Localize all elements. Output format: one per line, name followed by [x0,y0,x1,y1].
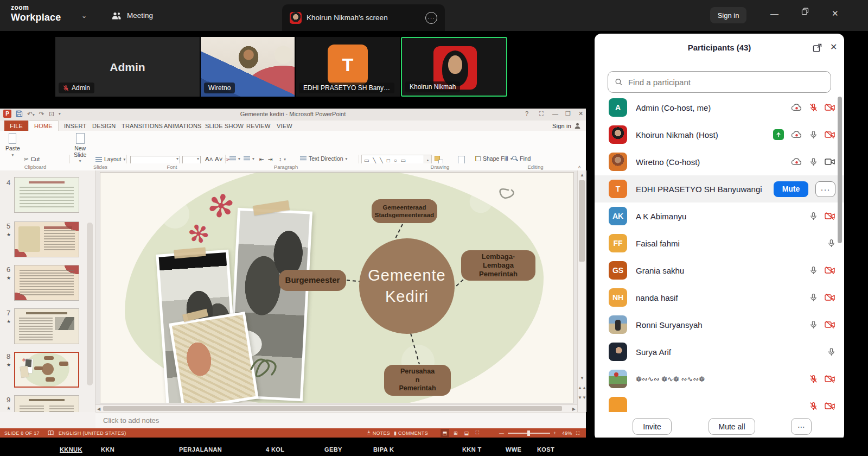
ppt-restore-button[interactable]: ❐ [565,110,571,117]
tab-meeting[interactable]: Meeting [111,0,153,31]
ribbon-options-icon[interactable]: ⛶ [539,110,544,117]
font-size-combo[interactable] [182,156,201,164]
taskbar-item[interactable]: GEBY [324,446,342,453]
slide-thumbnail-9[interactable] [14,395,79,412]
paste-button[interactable]: Paste▾ [5,133,20,157]
mindmap-node-burgemeester[interactable]: Burgemeester [279,270,346,291]
ribbon-tab-home[interactable]: HOME [28,121,59,131]
participant-row[interactable]: AK A K Abimanyu [595,202,844,230]
video-tile-wiretno[interactable]: Wiretno [201,37,295,97]
horizontal-scroll-thumb[interactable] [103,406,562,411]
grow-font-button[interactable]: A˄ [205,156,213,162]
language-indicator[interactable]: ENGLISH (UNITED STATES) [59,430,126,436]
slide-sorter-view-button[interactable]: ⊞ [451,429,460,437]
line-spacing-button[interactable]: ↕▾ [279,156,286,162]
video-tile-admin[interactable]: Admin Admin [55,37,200,97]
ppt-close-button[interactable]: ✕ [578,110,583,117]
ribbon-tab-review[interactable]: REVIEW [241,121,276,131]
zoom-percentage[interactable]: 49% [562,430,572,436]
participant-row[interactable]: ❁∾∿∾ ❁∿❁ ∾∿∾❁ [595,365,844,392]
participant-row[interactable]: Ronni Suryansyah [595,311,844,338]
invite-button[interactable]: Invite [633,418,672,435]
save-icon[interactable] [16,110,23,117]
tab-shared-screen[interactable]: Khoirun Nikmah's screen ··· [282,4,445,31]
zoom-out-icon[interactable]: — [499,430,504,436]
bullets-button[interactable]: ▾ [229,156,240,162]
shrink-font-button[interactable]: A˅ [215,156,222,162]
scroll-right-icon[interactable]: ▶ [572,407,576,411]
reading-view-button[interactable]: ⬓ [462,429,471,437]
minimize-button[interactable]: — [770,9,778,18]
participant-row-partial[interactable] [595,392,844,412]
ribbon-tab-file[interactable]: FILE [4,121,28,131]
taskbar-item[interactable]: KKNUK [60,446,82,453]
undo-icon[interactable]: ↶▾ [27,110,35,118]
next-slide-button[interactable]: ▼▼ [578,395,586,400]
slide-thumbnail-8-selected[interactable]: ✻ [14,352,79,388]
vertical-scrollbar[interactable]: ▲ ▼ ▲▲ ▼▼ [577,170,586,412]
slide-canvas[interactable]: ✻ ✻ Gemeente Kediri Gemeenteraad Stadsge… [95,170,577,412]
search-participant-box[interactable] [608,71,831,93]
chevron-down-icon[interactable]: ⌄ [81,12,87,17]
participant-row[interactable]: Khoirun Nikmah (Host) [595,121,844,148]
zoom-in-icon[interactable]: + [553,430,557,436]
ppt-title-bar[interactable]: Gemeente kediri - Microsoft PowerPoint P… [0,109,586,121]
mindmap-center[interactable]: Gemeente Kediri [359,238,455,334]
zoom-sign-in-button[interactable]: Sign in [710,7,746,23]
help-icon[interactable]: ? [525,110,528,117]
normal-view-button[interactable]: ⬒ [441,429,449,437]
participant-row-hovered[interactable]: T EDHI PRASETYO SH Banyuwangi Mute ··· [595,175,844,202]
taskbar-item[interactable]: 4 KOL [266,446,284,453]
notes-toggle[interactable]: ≜ NOTES [367,430,390,436]
slide-photo-map[interactable] [169,312,259,403]
notes-pane[interactable]: Click to add notes [95,412,586,428]
comments-toggle[interactable]: ▮ COMMENTS [394,430,428,436]
qat-customize-icon[interactable]: ▾ [59,111,61,116]
ppt-minimize-button[interactable]: — [552,110,558,117]
taskbar-item[interactable]: WWE [506,446,521,453]
tab-options-icon[interactable]: ··· [425,12,437,24]
ppt-sign-in[interactable]: Sign in [547,121,577,131]
increase-indent-button[interactable]: ⇥ [268,156,273,162]
video-tile-khoirun-active-speaker[interactable]: Khoirun Nikmah [401,37,507,97]
current-slide[interactable]: ✻ ✻ Gemeente Kediri Gemeenteraad Stadsge… [100,172,574,403]
fit-slide-icon[interactable]: ⛶ [576,430,580,436]
scroll-left-icon[interactable]: ◀ [97,407,100,411]
panel-more-button[interactable]: ⋯ [791,418,812,435]
participants-scrollbar[interactable] [838,97,842,243]
find-button[interactable]: Find [512,155,531,162]
spellcheck-icon[interactable] [48,430,54,436]
mute-button[interactable]: Mute [774,181,808,197]
participant-row[interactable]: Wiretno (Co-host) [595,148,844,175]
slide-thumbnail-5[interactable] [14,221,79,257]
taskbar-item[interactable]: KOST [537,446,554,453]
taskbar-item[interactable]: BIPA K [373,446,394,453]
slide-thumbnail-4[interactable] [14,177,79,213]
participant-row[interactable]: GS Grania sakhu [595,257,844,284]
numbering-button[interactable]: ▾ [244,156,254,162]
more-options-button[interactable]: ··· [815,181,835,197]
ribbon-tab-view[interactable]: VIEW [271,121,298,131]
close-button[interactable]: ✕ [832,9,839,18]
thumbnail-scrollbar[interactable] [87,223,93,385]
taskbar-item[interactable]: KKN T [462,446,482,453]
taskbar-item[interactable]: KKN [101,446,114,453]
mindmap-node-perusahaan[interactable]: Perusahaa n Pemerintah [384,365,451,396]
cut-button[interactable]: ✂Cut [24,156,40,162]
participant-row[interactable]: Surya Arif [595,338,844,365]
horizontal-scrollbar[interactable]: ◀ ▶ [95,404,577,413]
collapse-ribbon-icon[interactable]: ˄ [575,164,584,170]
touch-mode-icon[interactable]: ⊡ [49,110,54,118]
slide-thumbnail-panel[interactable]: 4 5 ★ 6 ★ [0,170,95,412]
mute-all-button[interactable]: Mute all [709,418,755,435]
decrease-indent-button[interactable]: ⇤ [259,156,264,162]
previous-slide-button[interactable]: ▲▲ [578,385,586,390]
slide-thumbnail-7[interactable] [14,308,79,344]
mindmap-node-gemeenteraad[interactable]: Gemeenteraad Stadsgemeenteraad [372,199,437,223]
scroll-up-icon[interactable]: ▲ [578,173,586,178]
slide-thumbnail-6[interactable] [14,265,79,301]
account-icon[interactable] [574,122,581,129]
new-slide-button[interactable]: New Slide▾ [74,133,86,164]
slideshow-view-button[interactable]: ⛶ [473,429,482,437]
scroll-down-icon[interactable]: ▼ [578,376,586,381]
